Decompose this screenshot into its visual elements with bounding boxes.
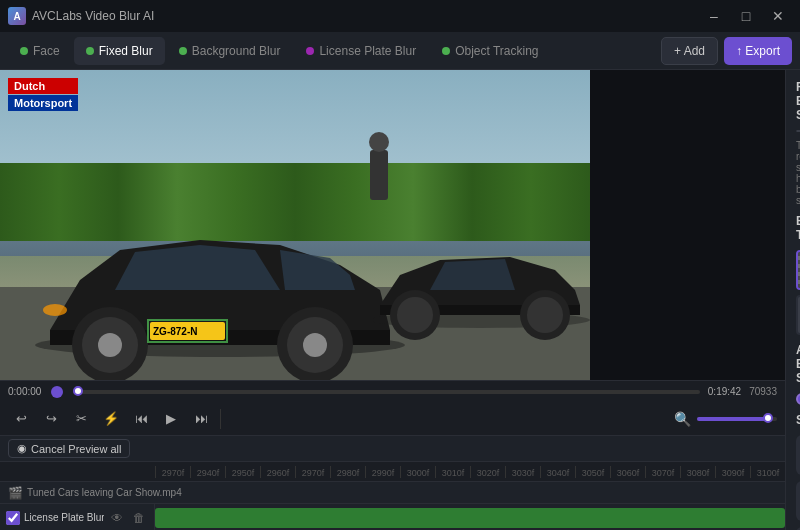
ruler-mark: 2990f — [365, 466, 400, 478]
ruler-mark: 3050f — [575, 466, 610, 478]
time-end: 0:19:42 — [708, 386, 741, 397]
window-controls: – □ ✕ — [700, 6, 792, 26]
time-start: 0:00:00 — [8, 386, 41, 397]
track-name-license-plate-blur: License Plate Blur 2 — [24, 512, 104, 523]
redo-button[interactable]: ↪ — [38, 408, 64, 430]
timeline-marker — [51, 386, 63, 398]
video-scene: Dutch Motorsport — [0, 70, 590, 380]
tab-object-tracking-dot — [442, 47, 450, 55]
add-button[interactable]: + Add — [661, 37, 718, 65]
tab-object-tracking[interactable]: Object Tracking — [430, 37, 550, 65]
main-content: Dutch Motorsport — [0, 70, 800, 530]
svg-point-17 — [369, 132, 389, 152]
zoom-thumb — [763, 413, 773, 423]
sticker-item-0[interactable]: 😀 — [796, 435, 800, 475]
ruler-mark: 3090f — [715, 466, 750, 478]
title-bar-left: A AVCLabs Video Blur AI — [8, 7, 154, 25]
svg-point-3 — [98, 333, 122, 357]
frame-count: 70933 — [749, 386, 777, 397]
cancel-preview-row: ◉ Cancel Preview all — [0, 436, 785, 462]
track-bar-license-plate-blur[interactable] — [155, 508, 785, 528]
transport-divider — [220, 409, 221, 429]
tracks-container: License Plate Blur 2👁🗑All Faces Blurring… — [0, 504, 785, 530]
main-car-svg: ZG-872-N — [0, 70, 590, 380]
zoom-controls: 🔍 — [674, 411, 777, 427]
blur-type-dots[interactable] — [796, 295, 800, 335]
zoom-fill — [697, 417, 769, 421]
tab-license-plate[interactable]: License Plate Blur — [294, 37, 428, 65]
ruler-marks: 2970f2940f2950f2960f2970f2980f2990f3000f… — [155, 466, 785, 478]
video-filename-row: 🎬 Tuned Cars leaving Car Show.mp4 — [0, 482, 785, 504]
track-row: License Plate Blur 2👁🗑 — [0, 504, 785, 530]
tab-fixed-blur[interactable]: Fixed Blur — [74, 37, 165, 65]
video-file-icon: 🎬 — [8, 486, 23, 500]
close-button[interactable]: ✕ — [764, 6, 792, 26]
undo-button[interactable]: ↩ — [8, 408, 34, 430]
right-panel: Fixed Blur Setting: Rectangle Ellipse Th… — [785, 70, 800, 530]
top-tabs: FaceFixed BlurBackground BlurLicense Pla… — [0, 32, 800, 70]
tab-face[interactable]: Face — [8, 37, 72, 65]
shape-buttons: Rectangle Ellipse — [796, 130, 800, 132]
ruler-mark: 3000f — [400, 466, 435, 478]
tab-fixed-blur-dot — [86, 47, 94, 55]
split-button[interactable]: ⚡ — [98, 408, 124, 430]
track-area: ◉ Cancel Preview all 2970f2940f2950f2960… — [0, 436, 785, 530]
svg-point-15 — [527, 297, 563, 333]
ruler-mark: 2950f — [225, 466, 260, 478]
play-button[interactable]: ▶ — [158, 408, 184, 430]
ruler-mark: 2940f — [190, 466, 225, 478]
ruler-mark: 3030f — [505, 466, 540, 478]
title-bar: A AVCLabs Video Blur AI – □ ✕ — [0, 0, 800, 32]
ruler-mark: 3060f — [610, 466, 645, 478]
tabs-right: + Add ↑ Export — [661, 37, 792, 65]
video-timeline-bar: 0:00:00 0:19:42 70933 — [0, 380, 785, 402]
app-icon: A — [8, 7, 26, 25]
ruler-mark: 3040f — [540, 466, 575, 478]
track-delete-license-plate-blur[interactable]: 🗑 — [130, 509, 148, 527]
transport-controls: ↩↪✂⚡⏮▶⏭ 🔍 — [0, 402, 785, 436]
cancel-preview-button[interactable]: ◉ Cancel Preview all — [8, 439, 130, 458]
ruler-mark: 3080f — [680, 466, 715, 478]
track-content-license-plate-blur — [155, 504, 785, 530]
zoom-slider[interactable] — [697, 417, 777, 421]
timeline-thumb — [73, 386, 83, 396]
maximize-button[interactable]: □ — [732, 6, 760, 26]
timeline-ruler: 2970f2940f2950f2960f2970f2980f2990f3000f… — [0, 462, 785, 482]
track-eye-license-plate-blur[interactable]: 👁 — [108, 509, 126, 527]
prev-button[interactable]: ⏮ — [128, 408, 154, 430]
cancel-preview-label: Cancel Preview all — [31, 443, 121, 455]
ruler-mark: 3010f — [435, 466, 470, 478]
tab-background-blur-dot — [179, 47, 187, 55]
svg-point-13 — [397, 297, 433, 333]
export-button[interactable]: ↑ Export — [724, 37, 792, 65]
zoom-icon: 🔍 — [674, 411, 691, 427]
ruler-mark: 3020f — [470, 466, 505, 478]
ruler-mark: 2980f — [330, 466, 365, 478]
video-filename: Tuned Cars leaving Car Show.mp4 — [27, 487, 182, 498]
title-text: AVCLabs Video Blur AI — [32, 9, 154, 23]
ruler-mark: 3100f — [750, 466, 785, 478]
tabs-left: FaceFixed BlurBackground BlurLicense Pla… — [8, 37, 551, 65]
timeline-progress[interactable] — [73, 390, 699, 394]
svg-text:ZG-872-N: ZG-872-N — [153, 326, 197, 337]
track-label-license-plate-blur: License Plate Blur 2👁🗑 — [0, 504, 155, 530]
sticker-item-4[interactable]: 😜 — [796, 481, 800, 521]
video-panel: Dutch Motorsport — [0, 70, 785, 530]
person-silhouette — [369, 132, 389, 200]
ruler-mark: 2970f — [155, 466, 190, 478]
ruler-mark: 2970f — [295, 466, 330, 478]
blur-strength-thumb — [796, 393, 800, 405]
tab-face-dot — [20, 47, 28, 55]
cancel-preview-icon: ◉ — [17, 442, 27, 455]
next-button[interactable]: ⏭ — [188, 408, 214, 430]
ruler-mark: 3070f — [645, 466, 680, 478]
video-area[interactable]: Dutch Motorsport — [0, 70, 590, 380]
svg-rect-16 — [370, 150, 388, 200]
minimize-button[interactable]: – — [700, 6, 728, 26]
blur-type-pixelate[interactable] — [796, 250, 800, 290]
tab-background-blur[interactable]: Background Blur — [167, 37, 293, 65]
svg-point-6 — [303, 333, 327, 357]
cut-button[interactable]: ✂ — [68, 408, 94, 430]
tab-license-plate-dot — [306, 47, 314, 55]
track-checkbox-license-plate-blur[interactable] — [6, 511, 20, 525]
